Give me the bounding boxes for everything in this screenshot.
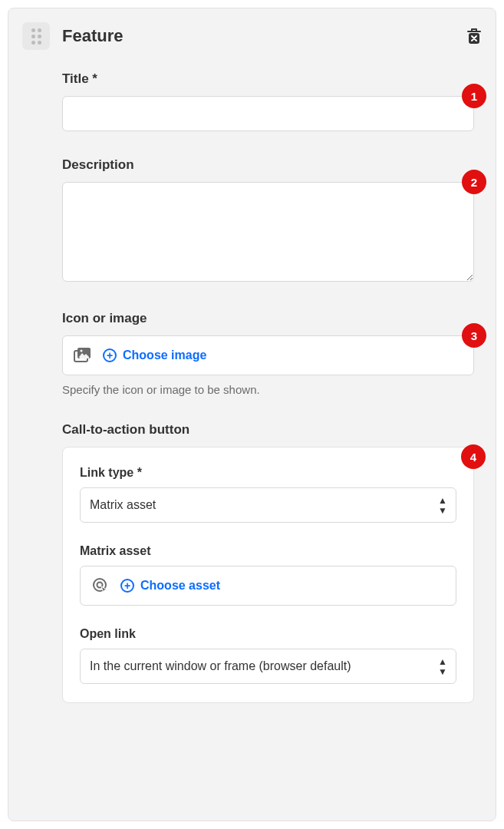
open-link-value: In the current window or frame (browser …	[90, 659, 351, 673]
description-input[interactable]	[62, 182, 474, 282]
drag-handle[interactable]	[22, 22, 50, 50]
icon-image-label: Icon or image	[62, 311, 474, 326]
trash-icon	[466, 28, 482, 45]
description-label: Description	[62, 157, 474, 173]
description-field: Description 2	[62, 157, 474, 285]
open-link-select[interactable]: In the current window or frame (browser …	[80, 649, 456, 684]
choose-image-label: Choose image	[123, 348, 206, 362]
icon-image-help: Specify the icon or image to be shown.	[62, 383, 474, 396]
cta-label: Call-to-action button	[62, 422, 474, 438]
svg-point-3	[80, 349, 82, 352]
open-link-field: Open link In the current window or frame…	[80, 627, 456, 684]
image-picker[interactable]: + Choose image	[62, 335, 474, 375]
asset-picker[interactable]: + Choose asset	[80, 566, 456, 606]
plus-circle-icon: +	[120, 579, 134, 593]
panel-header: Feature	[22, 22, 482, 50]
title-input[interactable]	[62, 96, 474, 131]
link-type-field: Link type * Matrix asset ▲▼	[80, 466, 456, 523]
open-link-label: Open link	[80, 627, 456, 641]
link-type-value: Matrix asset	[90, 498, 156, 512]
drag-handle-icon	[31, 28, 41, 45]
choose-asset-link[interactable]: + Choose asset	[120, 579, 220, 593]
feature-panel: Feature Title * 1 Description 2 Icon or …	[8, 8, 496, 821]
link-type-label: Link type *	[80, 466, 456, 480]
title-label: Title *	[62, 71, 474, 87]
choose-asset-label: Choose asset	[140, 579, 220, 593]
link-type-select[interactable]: Matrix asset	[80, 487, 456, 523]
annotation-badge-3: 3	[462, 323, 486, 348]
annotation-badge-4: 4	[461, 444, 486, 469]
title-field: Title * 1	[62, 71, 474, 131]
image-stack-icon	[74, 347, 92, 364]
matrix-asset-label: Matrix asset	[80, 544, 456, 558]
icon-image-field: Icon or image + Choose image Specify the…	[62, 311, 474, 396]
matrix-asset-field: Matrix asset + Choose asset	[80, 544, 456, 606]
panel-title: Feature	[62, 26, 466, 46]
annotation-badge-1: 1	[462, 84, 486, 108]
choose-image-link[interactable]: + Choose image	[103, 348, 206, 362]
plus-circle-icon: +	[103, 348, 117, 362]
panel-content: Title * 1 Description 2 Icon or image	[22, 71, 482, 703]
cta-box: 4 Link type * Matrix asset ▲▼ M	[62, 447, 474, 703]
delete-button[interactable]	[466, 28, 482, 45]
target-cursor-icon	[91, 576, 110, 595]
annotation-badge-2: 2	[462, 170, 486, 194]
cta-field: Call-to-action button 4 Link type * Matr…	[62, 422, 474, 703]
